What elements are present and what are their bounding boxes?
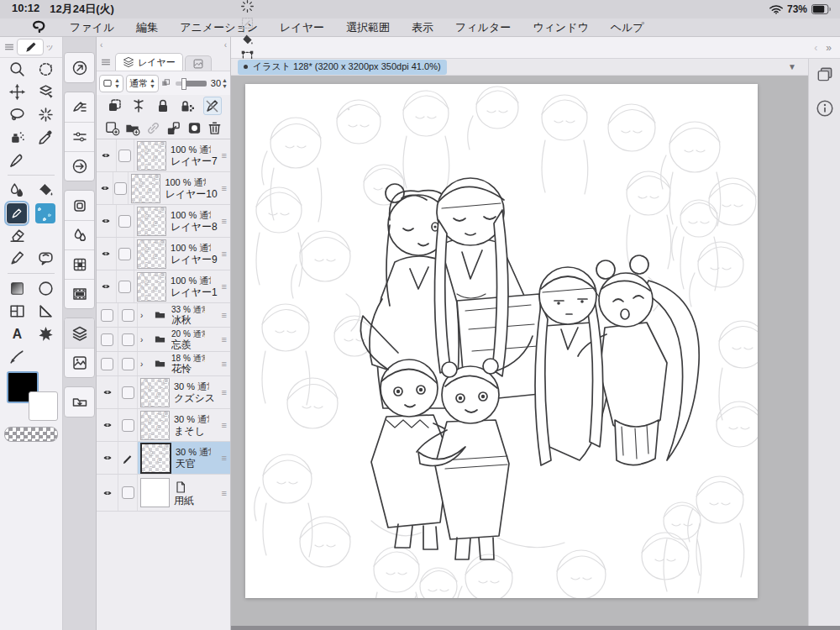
layer-row-レイヤー9[interactable]: ╱╲﹏〜ᘓ︵ᘓ﹏〜╱╲﹏ᘓ︵〜﹏╲╱ᘓ﹏︵〜ᘓ╲100 %通常レイヤー9≡ — [97, 238, 230, 270]
row-drag-handle[interactable]: ≡ — [222, 310, 230, 320]
folder-expander[interactable]: › — [140, 311, 149, 320]
layer-checkbox[interactable] — [118, 352, 138, 375]
clip-below-icon[interactable] — [106, 97, 123, 114]
layer-content[interactable]: ╱╲﹏〜ᘓ︵ᘓ﹏〜╱╲﹏ᘓ︵〜﹏╲╱ᘓ﹏︵〜ᘓ╲30 %通常まそし≡ — [138, 409, 230, 441]
layer-thumbnail[interactable]: ╱╲﹏〜ᘓ︵ᘓ﹏〜╱╲﹏ᘓ︵〜﹏╲╱ᘓ﹏︵〜ᘓ╲ — [131, 174, 160, 203]
frame-tool[interactable] — [3, 300, 31, 323]
layer-row-レイヤー7[interactable]: ╱╲﹏〜ᘓ︵ᘓ﹏〜╱╲﹏ᘓ︵〜﹏╲╱ᘓ﹏︵〜ᘓ╲100 %通常レイヤー7≡ — [97, 139, 230, 172]
opacity-value[interactable]: 30 ▲▼ — [211, 77, 228, 89]
layer-content[interactable]: ╱╲﹏〜ᘓ︵ᘓ﹏〜╱╲﹏ᘓ︵〜﹏╲╱ᘓ﹏︵〜ᘓ╲100 %通常レイヤー8≡ — [134, 205, 230, 237]
move-tool[interactable] — [3, 81, 31, 103]
visibility-eye-icon[interactable] — [97, 488, 118, 498]
eraser-tool[interactable] — [3, 224, 31, 247]
layer-row-冰秋[interactable]: ›33 %通常冰秋≡ — [97, 303, 230, 328]
new-layer-icon[interactable] — [104, 120, 120, 136]
layer-thumbnail[interactable]: ╱╲﹏〜ᘓ︵ᘓ﹏〜╱╲﹏ᘓ︵〜﹏╲╱ᘓ﹏︵〜ᘓ╲ — [137, 141, 166, 171]
layer-type-combo[interactable]: ▲▼ — [99, 75, 123, 92]
layer-checkbox[interactable] — [118, 303, 138, 327]
canvas-viewport[interactable] — [231, 76, 808, 626]
eyedropper-tool[interactable] — [31, 126, 60, 149]
text-tool[interactable]: A — [3, 323, 31, 345]
blend-mode-combo[interactable]: 通常 ▲▼ — [126, 75, 159, 92]
ruler-tool[interactable] — [31, 300, 60, 323]
layer-palette-dock-button[interactable] — [65, 318, 94, 348]
layer-checkbox[interactable] — [118, 328, 138, 351]
layer-row-レイヤー10[interactable]: ╱╲﹏〜ᘓ︵ᘓ﹏〜╱╲﹏ᘓ︵〜﹏╲╱ᘓ﹏︵〜ᘓ╲100 %通常レイヤー10≡ — [97, 172, 230, 205]
layer-checkbox[interactable] — [118, 376, 138, 408]
material-dock-button[interactable] — [65, 387, 94, 417]
layer-select-tool[interactable] — [31, 81, 60, 103]
visibility-eye-icon[interactable] — [97, 420, 118, 430]
row-drag-handle[interactable]: ≡ — [222, 387, 230, 397]
layer-checkbox[interactable] — [113, 172, 129, 204]
brush-tool[interactable] — [3, 149, 31, 171]
lasso-tool[interactable] — [3, 103, 31, 126]
layer-row-クズシス[interactable]: ╱╲﹏〜ᘓ︵ᘓ﹏〜╱╲﹏ᘓ︵〜﹏╲╱ᘓ﹏︵〜ᘓ╲30 %通常クズシス≡ — [97, 376, 230, 409]
chevron-left-icon[interactable]: ‹ — [814, 42, 817, 54]
menu-selection[interactable]: 選択範囲 — [335, 20, 401, 35]
lock-pixel-icon[interactable] — [179, 97, 196, 114]
visibility-eye-icon[interactable] — [97, 183, 113, 193]
airbrush-tool[interactable] — [3, 126, 31, 149]
draft-pen-icon[interactable] — [203, 97, 222, 115]
layer-property-dock-button[interactable] — [65, 348, 94, 377]
timeline-dock-button[interactable] — [65, 279, 94, 308]
menu-edit[interactable]: 編集 — [125, 20, 169, 35]
liquify-tool[interactable] — [3, 247, 31, 270]
layer-thumbnail[interactable]: ╱╲﹏〜ᘓ︵ᘓ﹏〜╱╲﹏ᘓ︵〜﹏╲╱ᘓ﹏︵〜ᘓ╲ — [140, 378, 170, 407]
layer-thumbnail[interactable]: ╱╲﹏〜ᘓ︵ᘓ﹏〜╱╲﹏ᘓ︵〜﹏╲╱ᘓ﹏︵〜ᘓ╲ — [137, 239, 166, 269]
layer-content[interactable]: ╱╲﹏〜ᘓ︵ᘓ﹏〜╱╲﹏ᘓ︵〜﹏╲╱ᘓ﹏︵〜ᘓ╲100 %通常レイヤー1≡ — [134, 270, 230, 302]
menu-view[interactable]: 表示 — [401, 20, 444, 35]
layer-row-まそし[interactable]: ╱╲﹏〜ᘓ︵ᘓ﹏〜╱╲﹏ᘓ︵〜﹏╲╱ᘓ﹏︵〜ᘓ╲30 %通常まそし≡ — [97, 409, 230, 442]
info-icon[interactable] — [816, 99, 834, 118]
transfer-icon[interactable] — [165, 120, 181, 136]
layer-checkbox[interactable] — [116, 238, 134, 270]
next-tab-ghost[interactable]: ッ — [45, 41, 54, 53]
layer-checkbox[interactable] — [116, 270, 134, 302]
layer-content[interactable]: 用紙≡ — [138, 475, 230, 511]
layer-content[interactable]: ╱╲﹏〜ᘓ︵ᘓ﹏〜╱╲﹏ᘓ︵〜﹏╲╱ᘓ﹏︵〜ᘓ╲100 %通常レイヤー7≡ — [134, 139, 230, 171]
row-drag-handle[interactable]: ≡ — [222, 216, 230, 226]
color-set-dock-button[interactable] — [65, 249, 94, 279]
subtool-nav-dock-button[interactable] — [65, 151, 94, 181]
layer-content[interactable]: ›18 %通常花怜≡ — [138, 352, 230, 375]
layer-content[interactable]: ╱╲﹏〜ᘓ︵ᘓ﹏〜╱╲﹏ᘓ︵〜﹏╲╱ᘓ﹏︵〜ᘓ╲30 %通常クズシス≡ — [138, 376, 230, 408]
visibility-eye-icon[interactable] — [97, 216, 116, 226]
tab-layers[interactable]: レイヤー — [115, 53, 183, 71]
quick-access-dock-button[interactable] — [65, 53, 94, 82]
menu-layer[interactable]: レイヤー — [269, 20, 335, 35]
background-color-swatch[interactable] — [29, 391, 58, 421]
layer-row-忘羨[interactable]: ›20 %通常忘羨≡ — [97, 328, 230, 352]
layer-thumbnail[interactable]: ╱╲﹏〜ᘓ︵ᘓ﹏〜╱╲﹏ᘓ︵〜﹏╲╱ᘓ﹏︵〜ᘓ╲ — [140, 443, 171, 474]
chevron-double-right-icon[interactable]: » — [826, 42, 832, 54]
layer-content[interactable]: ╱╲﹏〜ᘓ︵ᘓ﹏〜╱╲﹏ᘓ︵〜﹏╲╱ᘓ﹏︵〜ᘓ╲30 %通常天官≡ — [138, 442, 230, 474]
transparent-color-swatch[interactable] — [4, 427, 58, 442]
texture-blue-tile-tool[interactable] — [31, 202, 60, 224]
layer-row-レイヤー1[interactable]: ╱╲﹏〜ᘓ︵ᘓ﹏〜╱╲﹏ᘓ︵〜﹏╲╱ᘓ﹏︵〜ᘓ╲100 %通常レイヤー1≡ — [97, 270, 230, 303]
visibility-eye-icon[interactable] — [97, 150, 116, 160]
folder-expander[interactable]: › — [140, 360, 149, 369]
layer-checkbox[interactable] — [118, 409, 138, 441]
layer-content[interactable]: ›20 %通常忘羨≡ — [138, 328, 230, 351]
subtool-dock-button[interactable] — [65, 92, 94, 122]
figure-tool[interactable] — [31, 277, 60, 300]
rotate-view-tool[interactable] — [31, 58, 60, 81]
visibility-off-box[interactable] — [97, 358, 118, 370]
menu-file[interactable]: ファイル — [59, 20, 125, 35]
menu-help[interactable]: ヘルプ — [600, 20, 655, 35]
layer-row-花怜[interactable]: ›18 %通常花怜≡ — [97, 352, 230, 376]
visibility-eye-icon[interactable] — [97, 387, 118, 397]
menu-window[interactable]: ウィンドウ — [522, 20, 600, 35]
clip-studio-logo[interactable] — [30, 20, 47, 35]
visibility-eye-icon[interactable] — [97, 249, 116, 259]
burst-icon-button[interactable] — [238, 0, 256, 15]
zoom-tool[interactable] — [3, 58, 31, 81]
decoration-tool[interactable] — [31, 323, 60, 345]
layer-row-天官[interactable]: ╱╲﹏〜ᘓ︵ᘓ﹏〜╱╲﹏ᘓ︵〜﹏╲╱ᘓ﹏︵〜ᘓ╲30 %通常天官≡ — [97, 442, 230, 475]
layer-checkbox[interactable] — [116, 205, 134, 237]
row-drag-handle[interactable]: ≡ — [222, 281, 230, 291]
layer-row-用紙[interactable]: 用紙≡ — [97, 475, 230, 512]
gradient-tool[interactable] — [3, 277, 31, 300]
row-drag-handle[interactable]: ≡ — [222, 488, 230, 498]
keyframe-icon[interactable] — [130, 97, 147, 114]
